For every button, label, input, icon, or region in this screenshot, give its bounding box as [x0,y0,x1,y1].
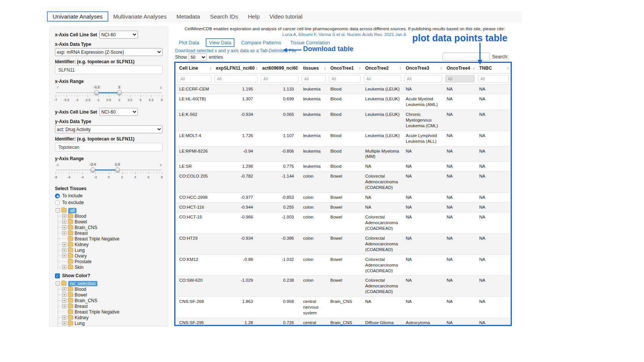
sort-icon[interactable]: ▲▼ [324,66,326,70]
sort-icon[interactable]: ▲▼ [399,66,402,70]
tree-item-label[interactable]: Brain_CNS [75,225,97,230]
tree-item-bowel[interactable]: +Bowel [58,292,163,298]
nav-tab-metadata[interactable]: Metadata [172,12,205,21]
tree-root-all[interactable]: -all [56,208,163,213]
tree-item-label[interactable]: Blood [75,287,86,292]
x-identifier-input[interactable] [55,66,163,74]
column-header-oncotree3[interactable]: OncoTree3▲▼ [403,63,444,73]
column-header-oncotree1[interactable]: OncoTree1▲▼ [327,63,362,73]
tree-item-label[interactable]: Ovary [75,326,87,327]
nav-tab-search-ids[interactable]: Search IDs [205,12,243,21]
sort-icon[interactable]: ▲▼ [209,66,212,70]
radio-to-include[interactable]: To include [55,192,163,199]
x-data-type-select[interactable]: exp: mRNA Expression (Z-Score) [55,48,163,56]
column-header-act609699-nci60[interactable]: act609699_nci60▲▼ [259,63,300,73]
sort-icon[interactable]: ▲▼ [359,66,361,70]
tree-item-label[interactable]: Breast Triple Negative [75,236,119,242]
expand-icon[interactable]: + [62,214,66,218]
column-header-expslfn11-nci60[interactable]: expSLFN11_nci60▲▼ [213,63,259,73]
column-header-cell-line[interactable]: Cell Line▲▼ [176,63,213,73]
table-row-le-rpmi-8226[interactable]: LE:RPMI-8226-0.94-0.806leukemiaBloodMult… [176,146,510,162]
tree-root-no-selection[interactable]: -no_selection [56,281,163,286]
column-filter-tissues[interactable] [302,75,326,83]
expand-icon[interactable]: + [62,242,66,247]
x-range-slider[interactable]: -78-1.22-7-5.5-4-2.5-10.523.556.58 [56,85,162,105]
table-row-co-colo-205[interactable]: CO:COLO 205-0.782-1.144colonBowelColorec… [176,172,510,193]
nav-tab-help[interactable]: Help [243,12,264,21]
table-row-le-ccrf-cem[interactable]: LE:CCRF-CEM1.1951.133leukemiaBloodLeukem… [176,84,510,94]
tab-compare-patterns[interactable]: Compare Patterns [239,39,284,46]
column-filter-expslfn11-nci60[interactable] [214,75,258,83]
table-row-co-ht29[interactable]: CO:HT29-0.934-0.386colonBowelColorectal … [176,233,510,254]
tree-item-label[interactable]: Ovary [75,253,87,259]
tree-item-breast[interactable]: +Breast [58,230,163,236]
tree-root-label[interactable]: no_selection [68,281,97,286]
tree-item-lung[interactable]: +Lung [58,320,163,326]
sort-icon[interactable]: ▲▼ [256,66,258,70]
tab-plot-data[interactable]: Plot Data [177,39,201,46]
column-filter-act609699-nci60[interactable] [261,75,299,83]
table-row-cns-sf-268[interactable]: CNS:SF-2681.8630.958central nervous syst… [176,297,510,318]
expand-icon[interactable]: + [62,298,66,303]
radio-to-exclude-control[interactable] [55,200,60,205]
expand-icon[interactable]: + [62,321,66,325]
expand-icon[interactable]: + [62,265,66,269]
table-row-co-hcc-2998[interactable]: CO:HCC-2998-0.977-0.853colonBowelNANANAN… [176,193,510,203]
y-cell-line-set-select[interactable]: NCI-60 [99,108,138,116]
entries-select[interactable]: 50 [189,53,207,61]
tree-item-breast-triple-negative[interactable]: Breast Triple Negative [58,309,163,315]
tree-item-label[interactable]: Skin [75,265,83,270]
tree-item-breast[interactable]: +Breast [58,303,163,309]
table-row-le-molt-4[interactable]: LE:MOLT-41.7261.107leukemiaBloodLeukemia… [176,131,510,146]
tree-item-label[interactable]: Brain_CNS [75,298,97,303]
table-row-cns-sf-295[interactable]: CNS:SF-2951.280.726central nervous syste… [176,318,510,325]
radio-to-include-control[interactable] [55,193,60,198]
y-range-slider[interactable]: -88-2.41.3-8-6-4-202468 [56,162,162,182]
y-data-type-select[interactable]: act: Drug Activity [55,125,163,133]
tree-item-kidney[interactable]: +Kidney [58,242,163,247]
expand-icon[interactable]: + [62,287,66,291]
tree-item-breast-triple-negative[interactable]: Breast Triple Negative [58,236,163,242]
tree-item-ovary[interactable]: +Ovary [58,253,163,259]
radio-to-exclude[interactable]: To exclude [55,199,163,206]
nav-tab-video-tutorial[interactable]: Video tutorial [264,12,307,21]
table-row-co-sw-620[interactable]: CO:SW-620-1.0290.238colonBowelColorectal… [176,276,510,297]
tree-item-label[interactable]: Prostate [75,259,92,264]
expand-icon[interactable]: + [62,304,66,308]
nav-tab-univariate-analyses[interactable]: Univariate Analyses [47,11,108,22]
collapse-icon[interactable]: - [56,281,60,286]
show-color-checkbox[interactable] [55,273,60,278]
column-filter-oncotree3[interactable] [404,75,442,83]
tree-item-blood[interactable]: +Blood [58,286,163,292]
sort-icon[interactable]: ▲▼ [440,66,442,70]
expand-icon[interactable]: + [62,254,66,258]
expand-icon[interactable]: + [62,231,66,235]
column-filter-oncotree4[interactable] [445,75,475,83]
tree-item-kidney[interactable]: +Kidney [58,315,163,320]
sort-icon[interactable]: ▲▼ [297,66,299,70]
column-header-tissues[interactable]: tissues▲▼ [300,63,327,73]
nav-tab-multivariate-analyses[interactable]: Multivariate Analyses [108,12,172,21]
tree-root-label[interactable]: all [68,208,77,213]
download-tab-delimited-link[interactable]: Download selected x and y axis data as a… [175,48,296,53]
tree-item-label[interactable]: Kidney [75,315,89,320]
table-row-le-hl-60-tb[interactable]: LE:HL-60(TB)1.3070.699leukemiaBloodLeuke… [176,94,510,109]
tree-item-skin[interactable]: +Skin [58,264,163,270]
expand-icon[interactable]: + [62,248,66,252]
expand-icon[interactable]: + [62,225,66,229]
column-filter-oncotree2[interactable] [364,75,401,83]
tree-item-label[interactable]: Breast Triple Negative [75,309,119,315]
slider-handle-from[interactable] [94,90,99,95]
tree-item-lung[interactable]: +Lung [58,247,163,253]
tab-view-data[interactable]: View Data [206,38,234,47]
tree-item-label[interactable]: Breast [75,231,88,236]
tree-item-blood[interactable]: +Blood [58,213,163,219]
collapse-icon[interactable]: - [56,208,60,212]
table-row-co-km12[interactable]: CO:KM12-0.88-1.032colonBowelColorectal A… [176,254,510,276]
y-identifier-input[interactable] [55,143,163,151]
tree-item-label[interactable]: Lung [75,321,85,326]
table-row-co-hct-116[interactable]: CO:HCT-116-0.9440.255colonBowelNANANANA [176,203,510,212]
slider-handle-to[interactable] [117,90,122,95]
tree-item-brain-cns[interactable]: +Brain_CNS [58,298,163,303]
sort-icon[interactable]: ▲▼ [473,66,475,70]
